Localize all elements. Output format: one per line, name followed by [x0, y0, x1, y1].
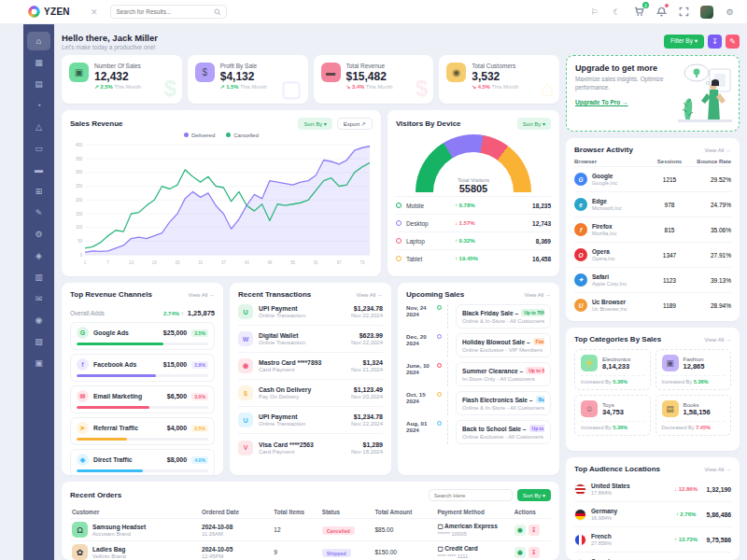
channel-list: G Google Ads $25,000 3.5% — [70, 322, 215, 475]
settings-gear-icon[interactable]: ⚙ — [724, 6, 736, 18]
svg-text:300: 300 — [76, 170, 83, 175]
search-input[interactable] — [116, 8, 210, 15]
col-total-amount: Total Amount — [373, 506, 435, 519]
sale-discount-badge: Up to 30% off — [529, 425, 544, 432]
svg-text:19: 19 — [152, 260, 157, 265]
view-order-button[interactable]: ◉ — [514, 547, 526, 558]
delete-order-button[interactable]: ↧ — [529, 525, 540, 536]
sale-item: Flash Electronics Sale – Buy 1 Get 1 Fre… — [456, 391, 551, 415]
svg-text:150: 150 — [76, 211, 83, 216]
top-categories-view-all[interactable]: View All → — [704, 337, 731, 343]
visitors-sort-button[interactable]: Sort By ▾ — [517, 118, 551, 130]
browser-activity-view-all[interactable]: View All → — [704, 147, 731, 153]
col-status: Status — [320, 506, 374, 519]
col-payment-method: Payment Method — [435, 506, 512, 519]
upgrade-to-pro-link[interactable]: Upgrade To Pro → — [575, 99, 628, 105]
payment-method-icon: V — [238, 441, 253, 455]
transactions-view-all[interactable]: View All → — [356, 292, 383, 298]
language-icon[interactable]: ⚐ — [588, 6, 600, 18]
sale-item: Holiday Blowout Sale – Flat 40% off Onli… — [456, 333, 551, 357]
top-audience-title: Top Audience Locations — [574, 465, 660, 473]
channel-progress-bar — [77, 343, 163, 345]
upcoming-sales-view-all[interactable]: View All → — [524, 292, 551, 298]
timeline-line — [447, 304, 448, 329]
notifications-icon[interactable] — [655, 6, 668, 18]
sidebar-item[interactable]: ▥ — [27, 268, 50, 287]
delete-order-button[interactable]: ↧ — [529, 547, 540, 558]
channel-progress-bar — [77, 438, 127, 441]
top-audience-view-all[interactable]: View All → — [704, 467, 731, 472]
sidebar-item[interactable]: ▧ — [27, 332, 50, 351]
top-revenue-channels-card: Top Revenue Channels View All → Overall … — [62, 283, 223, 475]
sale-discount-badge: Flat 40% off — [533, 338, 544, 345]
filter-by-button[interactable]: Filter By ▾ — [664, 35, 704, 49]
channel-trend-badge: 3.0% — [191, 393, 208, 400]
sidebar-item[interactable]: ◈ — [27, 246, 50, 265]
device-dot-icon — [396, 238, 402, 244]
cart-badge: 9 — [642, 2, 649, 8]
sales-export-button[interactable]: Export ↗ — [337, 118, 373, 130]
sidebar-item[interactable]: ▣ — [27, 354, 50, 372]
sidebar-item[interactable]: ✉ — [27, 289, 50, 308]
layout: ⌂ ▦ ▤ ◔ △ ▭ ▬ ⊞ ✎ ⚙ ◈ ▥ — [0, 24, 747, 560]
category-tile: ☺ Toys 34,753 Increased By 5.36% — [574, 395, 651, 436]
stat-card: ▬ Total Revenue $15,482 ↘ 3.4% This Mont… — [314, 55, 434, 104]
sidebar-nav: ⌂ ▦ ▤ ◔ △ ▭ ▬ ⊞ ✎ ⚙ ◈ ▥ — [23, 24, 54, 560]
sale-item: Summer Clearance – Up to 50% off In-Stor… — [456, 362, 551, 386]
sidebar-item[interactable]: ⌂ — [27, 32, 50, 50]
category-icon: ▣ — [662, 355, 679, 371]
sidebar-item[interactable]: △ — [27, 118, 50, 136]
fullscreen-icon[interactable] — [678, 6, 690, 18]
audience-row: French 27.856% ↑ 13.73% 9,75,586 — [574, 527, 731, 553]
svg-text:31: 31 — [198, 260, 203, 265]
app-logo: YZEN — [28, 6, 70, 18]
sidebar-item[interactable]: ▤ — [27, 75, 50, 93]
edit-button[interactable]: ✎ — [726, 35, 740, 49]
timeline-dot-icon — [437, 334, 442, 339]
sidebar-item[interactable]: ▦ — [27, 53, 50, 72]
view-order-button[interactable]: ◉ — [514, 525, 526, 536]
page-header: Hello there, Jack Miller Let's make toda… — [62, 29, 740, 53]
upcoming-sales-list: Nov, 242024 Black Friday Sale – Up to 70… — [406, 304, 551, 449]
svg-text:350: 350 — [76, 157, 83, 161]
sidebar-item[interactable]: ▭ — [27, 139, 50, 158]
audience-row: Germany 16.984% ↑ 2.76% 5,86,486 — [574, 502, 731, 527]
channel-progress-bar — [77, 469, 143, 472]
cart-icon[interactable]: 9 — [633, 6, 645, 18]
upgrade-description: Maximize sales insights. Optimize perfor… — [575, 76, 664, 91]
sidebar-item[interactable]: ⊞ — [27, 182, 50, 201]
close-icon[interactable]: ✕ — [91, 7, 98, 17]
visitors-by-device-card: Visitors By Device Sort By ▾ Total Visit… — [388, 110, 559, 276]
category-icon: ⚡ — [581, 355, 598, 371]
overall-adds-trend: 2.74% ↑ — [163, 311, 184, 316]
sidebar-item[interactable]: ⚙ — [27, 225, 50, 244]
browser-logo-icon: U — [574, 299, 587, 312]
browser-row: e Edge Microsoft,Inc 978 24.79% — [574, 191, 731, 217]
revenue-channels-view-all[interactable]: View All → — [188, 292, 215, 298]
search-bar[interactable] — [110, 5, 227, 19]
sidebar-item[interactable]: ◔ — [27, 96, 50, 115]
download-button[interactable]: ↧ — [708, 35, 722, 49]
user-avatar[interactable] — [700, 6, 713, 19]
svg-text:100: 100 — [76, 225, 83, 230]
orders-sort-button[interactable]: Sort By ▾ — [517, 489, 551, 501]
browser-logo-icon: f — [574, 223, 587, 236]
orders-search-input[interactable] — [429, 489, 513, 501]
channel-progress-bar — [77, 406, 149, 409]
category-grid: ⚡ Electronics 8,14,233 Increased By 5.36… — [574, 349, 731, 436]
sidebar-item[interactable]: ◉ — [27, 311, 50, 329]
topbar-actions: ⚐ ☾ 9 ⚙ — [588, 6, 736, 19]
device-dot-icon — [396, 203, 402, 208]
sidebar-item[interactable]: ▬ — [27, 161, 50, 179]
overall-adds-label: Overall Adds — [70, 310, 105, 316]
upgrade-card: Upgrade to get more Maximize sales insig… — [566, 55, 740, 132]
dark-mode-icon[interactable]: ☾ — [611, 6, 623, 18]
sales-sort-button[interactable]: Sort By ▾ — [298, 118, 331, 130]
payment-method-icon: ◉ — [238, 358, 253, 373]
timeline-dot-icon — [437, 363, 442, 368]
browser-row: U Uc Browser Uc Browser,Inc 1189 28.94% — [574, 292, 731, 317]
col-total-items: Total Items — [272, 506, 320, 519]
sidebar-item[interactable]: ✎ — [27, 203, 50, 222]
browser-row: ✦ Safari Apple Corp,Inc 1123 39.13% — [574, 267, 731, 292]
timeline-dot-icon — [437, 392, 442, 397]
